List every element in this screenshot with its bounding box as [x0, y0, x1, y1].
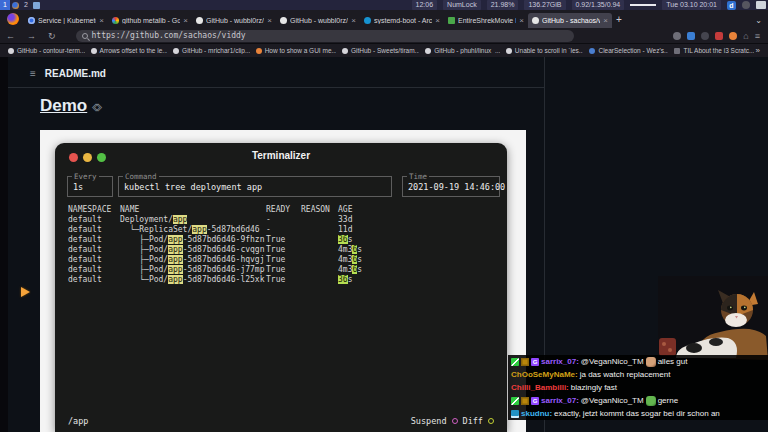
cell-namespace: default: [68, 215, 120, 225]
url-text[interactable]: https://github.com/sachaos/viddy: [92, 31, 246, 40]
home-icon[interactable]: ⌂: [743, 31, 748, 41]
chat-username[interactable]: sarrix_07:: [541, 396, 579, 405]
demo-heading[interactable]: Demo⧉: [40, 96, 101, 116]
terminal-status-bar: /app Suspend Diff: [68, 416, 494, 426]
diff-label: Diff: [463, 416, 483, 426]
age-text: 4m3: [338, 255, 352, 264]
tray-app-icon[interactable]: [742, 1, 750, 9]
tab-close-button[interactable]: ×: [519, 16, 524, 25]
taskbar-slider[interactable]: [630, 4, 656, 6]
bookmark-item[interactable]: How to show a GUI me...: [252, 47, 336, 54]
bookmark-label: Unable to scroll in `les...: [515, 47, 584, 54]
toc-icon[interactable]: ≡: [30, 68, 36, 79]
back-button[interactable]: ←: [0, 31, 21, 41]
name-prefix: ├─Pod/: [120, 255, 168, 264]
pepe-emote-icon: [646, 396, 656, 406]
bookmark-favicon-icon: [8, 48, 14, 54]
chat-username[interactable]: ChOoSeMyNaMe:: [511, 370, 578, 379]
bookmark-item[interactable]: GitHub - contour-term...: [4, 47, 85, 54]
bookmark-label: How to show a GUI me...: [265, 47, 336, 54]
extension-download-icon[interactable]: [687, 32, 695, 40]
command-value[interactable]: kubectl tree deployment app: [119, 177, 391, 192]
name-prefix: ├─Pod/: [120, 235, 168, 244]
cell-ready: True: [266, 245, 301, 255]
github-favicon-icon: [532, 17, 539, 24]
cell-ready: -: [266, 225, 301, 235]
browser-tab[interactable]: GitHub - wubbl0rz/Wide×: [276, 13, 360, 28]
bits-badge-icon: [521, 358, 529, 366]
tab-list-chevron-icon[interactable]: ⌄: [755, 16, 768, 28]
bookmark-favicon-icon: [506, 48, 512, 54]
command-label: Command: [123, 172, 159, 181]
extension-dark-icon[interactable]: [701, 32, 709, 40]
tab-close-button[interactable]: ×: [435, 16, 440, 25]
anchor-link-icon[interactable]: ⧉: [90, 100, 105, 115]
readme-title: README.md: [45, 68, 106, 79]
bookmark-item[interactable]: Arrows offset to the le...: [87, 47, 167, 54]
suspend-indicator[interactable]: [452, 418, 458, 424]
tab-close-button[interactable]: ×: [603, 16, 608, 25]
bookmark-item[interactable]: TIL About the i3 Scratc...: [670, 47, 753, 54]
firefox-logo-icon: [7, 13, 19, 25]
age-suffix: s: [357, 265, 362, 274]
chat-username[interactable]: Chilli_Bambilli:: [511, 383, 569, 392]
shrek-favicon-icon: [448, 17, 455, 24]
bookmark-favicon-icon: [256, 48, 262, 54]
taskbar-numlock: NumLock: [443, 0, 481, 10]
chat-username[interactable]: skudnu:: [521, 409, 552, 418]
cell-namespace: default: [68, 235, 120, 245]
tray-docker-icon[interactable]: d: [727, 1, 736, 10]
table-row: default ├─Pod/app-5d87bd6d46-hqvgjTrue4m…: [68, 255, 500, 265]
search-query[interactable]: /app: [68, 416, 88, 426]
extension-orange-icon[interactable]: [729, 32, 737, 40]
chat-username[interactable]: sarrix_07:: [541, 357, 579, 366]
cell-age: 36s: [338, 235, 500, 245]
browser-tab[interactable]: EntireShrekMovie by Psk×: [444, 13, 528, 28]
workspace-1[interactable]: 1: [0, 0, 10, 10]
bookmarks-overflow-chevron[interactable]: »: [756, 46, 764, 55]
browser-tab[interactable]: GitHub - sachaos/viddy: 👀×: [528, 13, 612, 28]
url-bar[interactable]: https://github.com/sachaos/viddy: [76, 30, 574, 42]
name-prefix: ├─Pod/: [120, 245, 168, 254]
demo-heading-text[interactable]: Demo: [40, 96, 87, 115]
extension-badge-icon[interactable]: [715, 32, 723, 40]
forward-button[interactable]: →: [21, 31, 42, 41]
bookmark-item[interactable]: GitHub - Sweets/tiram...: [338, 47, 419, 54]
browser-tab[interactable]: GitHub - wubbl0rz/Wide×: [192, 13, 276, 28]
name-suffix: -5d87bd6d46-cvqgn: [183, 245, 265, 254]
chat-text: alles gut: [658, 357, 688, 366]
tab-close-button[interactable]: ×: [183, 16, 188, 25]
chat-text: @VeganNico_TM: [581, 357, 644, 366]
tab-close-button[interactable]: ×: [267, 16, 272, 25]
glitch-badge-icon: G: [531, 358, 539, 366]
browser-tab[interactable]: github metallb - Google S×: [108, 13, 192, 28]
extension-shield-icon[interactable]: [673, 32, 681, 40]
chat-message: Gsarrix_07:@VeganNico_TM alles gut: [508, 355, 768, 368]
cell-ready: True: [266, 275, 301, 285]
tray-display-icon[interactable]: [756, 1, 766, 9]
cell-reason: [301, 235, 338, 245]
bookmark-item[interactable]: Unable to scroll in `les...: [502, 47, 584, 54]
table-header-row: NAMESPACENAMEREADYREASONAGE: [68, 205, 500, 215]
cell-name: └─Pod/app-5d87bd6d46-l25xk: [120, 275, 266, 285]
bookmark-item[interactable]: ClearSelection - Wez's...: [585, 47, 668, 54]
google-favicon-icon: [112, 17, 119, 24]
tab-title: GitHub - sachaos/viddy: 👀: [542, 17, 600, 25]
tab-close-button[interactable]: ×: [99, 16, 104, 25]
bookmark-item[interactable]: GitHub - mrichar1/clip...: [169, 47, 250, 54]
webcam-cat-overlay: [658, 276, 768, 360]
cell-name: ├─Pod/app-5d87bd6d46-hqvgj: [120, 255, 266, 265]
workspace-2[interactable]: 2: [21, 0, 31, 10]
new-tab-button[interactable]: +: [616, 14, 622, 25]
tab-close-button[interactable]: ×: [351, 16, 356, 25]
bookmark-favicon-icon: [425, 48, 431, 54]
browser-tab[interactable]: Service | Kubernetes×: [24, 13, 108, 28]
taskbar-clock-small: 12:06: [412, 0, 438, 10]
menu-icon[interactable]: ≡: [755, 31, 760, 41]
time-label: Time: [407, 172, 429, 181]
browser-tab[interactable]: systemd-boot - ArchWiki×: [360, 13, 444, 28]
bookmark-item[interactable]: GitHub - phuhl/linux_...: [421, 47, 500, 54]
reload-button[interactable]: ↻: [42, 31, 62, 41]
diff-indicator[interactable]: [488, 418, 494, 424]
cell-namespace: default: [68, 275, 120, 285]
